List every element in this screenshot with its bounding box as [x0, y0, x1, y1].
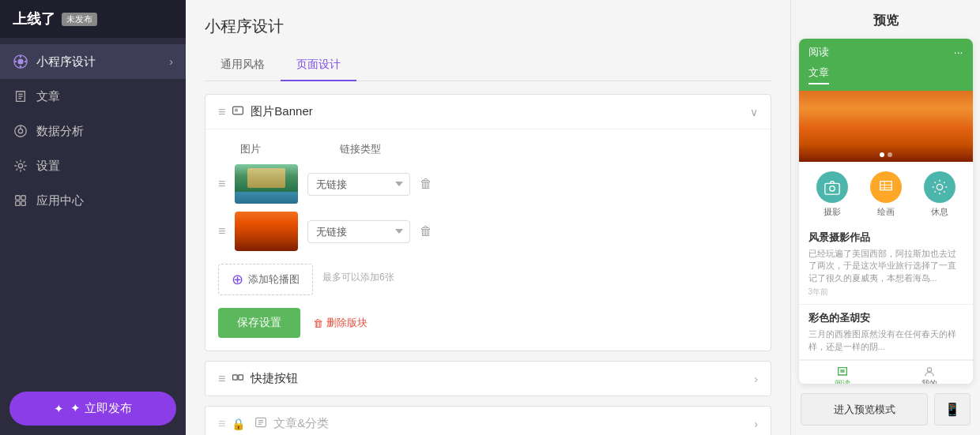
banner-column-labels: 图片 链接类型	[218, 142, 758, 156]
phone-bottom-nav: 阅读 我的	[799, 360, 973, 384]
svg-rect-15	[16, 201, 20, 205]
tab-page-design[interactable]: 页面设计	[281, 50, 356, 81]
main-header: 小程序设计 通用风格 页面设计	[186, 0, 790, 81]
svg-point-10	[18, 129, 22, 133]
phone-icons-row: 摄影 绘画	[799, 162, 973, 224]
quick-btn-header[interactable]: ≡ 快捷按钮 ›	[205, 362, 771, 396]
banner-section-icon	[232, 104, 244, 119]
phone-banner-dots	[880, 152, 892, 157]
sidebar-item-settings[interactable]: 设置	[0, 148, 186, 183]
sidebar: 上线了 未发布 小程序设计 ›	[0, 0, 186, 435]
settings-icon	[13, 158, 28, 174]
article1-desc: 已经玩遍了美国西部，阿拉斯加也去过了两次，于是这次毕业旅行选择了一直记了很久的夏…	[808, 248, 963, 284]
dot-2	[888, 152, 892, 157]
row1-drag-icon[interactable]: ≡	[218, 177, 225, 191]
article-drag-icon[interactable]: ≡	[218, 417, 225, 431]
banner-section-header[interactable]: ≡ 图片Banner ∨	[205, 95, 771, 129]
article-section-header[interactable]: ≡ 🔒 文章&分类 ›	[205, 407, 771, 435]
appstore-icon	[13, 193, 28, 208]
svg-rect-14	[21, 196, 25, 200]
banner-section: ≡ 图片Banner ∨ 图片 链接类型 ≡	[205, 94, 771, 351]
article-chevron-icon: ›	[754, 418, 758, 430]
sidebar-item-appstore[interactable]: 应用中心	[0, 183, 186, 218]
app-name: 上线了	[13, 9, 55, 28]
svg-rect-18	[235, 109, 238, 112]
phone-article-1: 风景摄影作品 已经玩遍了美国西部，阿拉斯加也去过了两次，于是这次毕业旅行选择了一…	[799, 224, 973, 305]
banner-image-2[interactable]	[235, 212, 298, 251]
banner-row1-link-select[interactable]: 无链接	[307, 173, 410, 196]
preview-panel: 预览 阅读 ··· 文章	[790, 0, 980, 435]
mobile-icon: 📱	[944, 403, 960, 416]
phone-tabs-bar: 文章	[799, 66, 973, 91]
banner-row2-delete-icon[interactable]: 🗑	[420, 224, 432, 238]
article-section-icon	[254, 416, 267, 431]
phone-article-2: 彩色的圣胡安 三月的西雅图原然没有在任何春天的样样，还是一样的阴...	[799, 305, 973, 360]
main-body: ≡ 图片Banner ∨ 图片 链接类型 ≡	[186, 81, 790, 435]
sidebar-item-article[interactable]: 文章	[0, 79, 186, 114]
article2-desc: 三月的西雅图原然没有在任何春天的样样，还是一样的阴...	[808, 328, 963, 353]
banner-section-body: 图片 链接类型 ≡ 无链接 🗑	[205, 129, 771, 351]
banner-row-1: ≡ 无链接 🗑	[218, 164, 758, 204]
svg-point-5	[24, 61, 27, 63]
max-hint: 最多可以添加6张	[322, 271, 394, 284]
page-title: 小程序设计	[205, 16, 771, 37]
link-type-label: 链接类型	[340, 142, 381, 156]
banner-section-title: 图片Banner	[251, 104, 744, 119]
drag-handle-icon[interactable]: ≡	[218, 105, 225, 119]
tabs-bar: 通用风格 页面设计	[205, 50, 771, 81]
article-section-title: 文章&分类	[273, 416, 748, 431]
banner-row1-delete-icon[interactable]: 🗑	[420, 177, 432, 191]
svg-point-30	[937, 184, 942, 189]
preview-title: 预览	[873, 13, 899, 29]
banner-row-2: ≡ 无链接 🗑	[218, 212, 758, 251]
article-label: 文章	[36, 89, 60, 104]
lock-icon: 🔒	[232, 418, 245, 430]
phone-banner	[799, 91, 973, 162]
delete-block-button[interactable]: 🗑 删除版块	[313, 316, 368, 330]
publish-button[interactable]: ✦ ✦ 立即发布	[9, 392, 176, 426]
svg-rect-16	[21, 201, 25, 205]
sidebar-nav: 小程序设计 › 文章	[0, 38, 186, 382]
rest-label: 休息	[931, 206, 948, 218]
quick-btn-title: 快捷按钮	[251, 371, 748, 386]
banner-row2-link-select[interactable]: 无链接	[307, 220, 410, 243]
banner-image-1[interactable]	[235, 164, 298, 204]
svg-point-1	[17, 58, 23, 64]
rocket-icon: ✦	[54, 402, 64, 416]
phone-preview: 阅读 ··· 文章	[799, 39, 973, 384]
appstore-label: 应用中心	[36, 193, 84, 208]
miniprogram-icon	[13, 54, 28, 69]
main-content: 小程序设计 通用风格 页面设计 ≡ 图片Banner ∨	[186, 0, 790, 435]
tab-general[interactable]: 通用风格	[205, 50, 281, 81]
enter-preview-button[interactable]: 进入预览模式	[801, 393, 928, 426]
phone-menu-icon: ···	[954, 46, 963, 58]
svg-point-2	[20, 55, 22, 58]
svg-point-3	[20, 66, 22, 68]
chevron-right-icon: ›	[169, 55, 173, 68]
save-settings-button[interactable]: 保存设置	[218, 308, 300, 338]
photography-label: 摄影	[824, 206, 841, 218]
svg-line-35	[934, 182, 935, 182]
sidebar-footer: ✦ ✦ 立即发布	[0, 382, 186, 435]
row2-drag-icon[interactable]: ≡	[218, 224, 225, 238]
svg-rect-19	[233, 375, 238, 380]
sidebar-item-miniprogram[interactable]: 小程序设计 ›	[0, 44, 186, 79]
article1-time: 3年前	[808, 287, 963, 298]
quick-btn-section: ≡ 快捷按钮 ›	[205, 361, 771, 396]
sidebar-item-analytics[interactable]: 数据分析	[0, 114, 186, 148]
phone-icon-button[interactable]: 📱	[934, 393, 971, 426]
phone-tab-article[interactable]: 文章	[808, 66, 829, 84]
article-icon	[13, 88, 28, 104]
painting-label: 绘画	[877, 206, 895, 218]
phone-nav-mine[interactable]: 我的	[886, 361, 973, 384]
banner-actions: 保存设置 🗑 删除版块	[218, 308, 758, 338]
phone-status-bar: 阅读 ···	[799, 39, 973, 66]
trash-icon: 🗑	[313, 317, 323, 329]
phone-nav-read[interactable]: 阅读	[799, 361, 886, 384]
analytics-label: 数据分析	[36, 124, 84, 139]
add-carousel-button[interactable]: ⊕ 添加轮播图	[218, 264, 313, 295]
painting-circle	[870, 171, 902, 203]
photography-circle	[816, 171, 848, 203]
dot-1	[880, 152, 884, 157]
quick-drag-icon[interactable]: ≡	[218, 372, 225, 386]
